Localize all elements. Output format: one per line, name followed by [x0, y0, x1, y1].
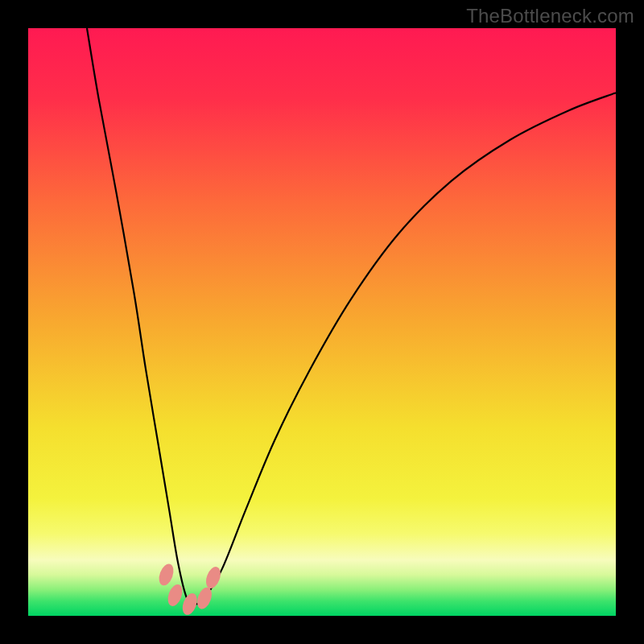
curve-marker [204, 565, 224, 591]
curve-marker [165, 583, 185, 609]
curve-layer [28, 28, 616, 616]
watermark-text: TheBottleneck.com [466, 5, 634, 27]
chart-frame: TheBottleneck.com [0, 0, 644, 644]
curve-markers [156, 562, 223, 616]
curve-marker [156, 562, 176, 588]
plot-area [28, 28, 616, 616]
bottleneck-curve [87, 28, 616, 604]
